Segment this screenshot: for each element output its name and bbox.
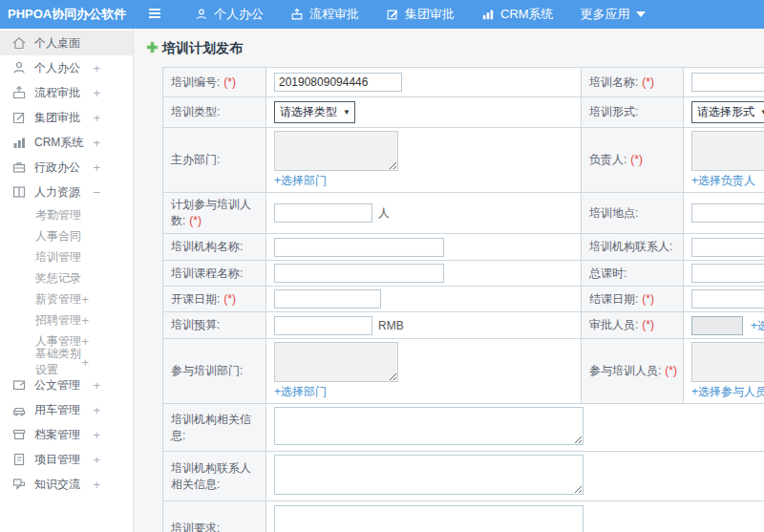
sidebar-subitem-salary[interactable]: 薪资管理 + — [0, 288, 133, 309]
expand-plus: + — [93, 61, 100, 75]
form-row-org-info: 培训机构相关信息: — [163, 404, 764, 452]
edit-icon — [11, 110, 27, 125]
sidebar-item-group-approval[interactable]: 集团审批 + — [0, 105, 133, 130]
org-contact-input[interactable] — [691, 238, 764, 257]
sidebar-item-label: 个人办公 — [34, 60, 80, 76]
sidebar-item-knowledge[interactable]: 知识交流 + — [0, 472, 133, 497]
form-row-type-mode: 培训类型: 请选择类型 ▼ 培训形式: 请选择形式 ▼ — [163, 97, 764, 128]
approver-input[interactable] — [691, 316, 743, 335]
sidebar-subitem-hr-contract[interactable]: 人事合同 — [0, 225, 133, 246]
training-name-input[interactable] — [691, 73, 764, 92]
nav-label: 个人办公 — [214, 6, 264, 23]
location-input[interactable] — [691, 203, 764, 223]
caret-down-icon — [636, 11, 646, 17]
sidebar-item-label: CRM系统 — [34, 135, 83, 151]
book-icon — [11, 184, 27, 200]
join-people-textarea[interactable] — [691, 342, 764, 382]
main-content: 培训计划发布 培训编号:(*) 培训名称:(*) 培训类型: 请选择类型 ▼ 培… — [134, 29, 764, 532]
sidebar-item-vehicle[interactable]: 用车管理 + — [0, 397, 133, 422]
sidebar-item-label: 流程审批 — [34, 85, 80, 101]
expand-plus: + — [93, 136, 100, 150]
field-label-join-people: 参与培训人员:(*) — [582, 339, 684, 404]
start-date-input[interactable] — [274, 289, 381, 309]
sidebar-subitem-label: 培训管理 — [35, 249, 81, 266]
field-label-org-info: 培训机构相关信息: — [163, 404, 266, 452]
nav-workflow-approval[interactable]: 流程审批 — [277, 0, 372, 29]
requirements-textarea[interactable] — [274, 505, 584, 532]
course-name-input[interactable] — [274, 264, 444, 283]
field-label-approver: 审批人员:(*) — [582, 312, 684, 339]
caret-down-icon: ▼ — [343, 108, 350, 117]
expand-plus: + — [93, 478, 100, 492]
sidebar-item-hr[interactable]: 人力资源 − — [0, 180, 133, 204]
select-approver-link[interactable]: +选择审批人员 — [751, 319, 764, 332]
select-leader-link[interactable]: +选择负责人 — [691, 173, 764, 189]
training-form-table: 培训编号:(*) 培训名称:(*) 培训类型: 请选择类型 ▼ 培训形式: 请选… — [162, 67, 764, 532]
form-row-count-location: 计划参与培训人数:(*) 人 培训地点: — [163, 193, 764, 234]
org-info-textarea[interactable] — [274, 407, 584, 445]
host-dept-textarea[interactable] — [274, 131, 398, 171]
org-contact-info-textarea[interactable] — [274, 455, 584, 495]
sidebar-item-personal-office[interactable]: 个人办公 + — [0, 55, 133, 80]
upload-icon — [290, 8, 304, 21]
field-label-start-date: 开课日期:(*) — [163, 287, 266, 312]
expand-plus: + — [81, 313, 89, 328]
sidebar-item-archives[interactable]: 档案管理 + — [0, 422, 133, 447]
select-join-people-link[interactable]: +选择参与人员 — [691, 384, 764, 400]
select-value: 请选择形式 — [697, 104, 754, 120]
end-date-input[interactable] — [691, 289, 764, 309]
nav-more-apps[interactable]: 更多应用 — [567, 0, 659, 29]
app-logo: PHPOA协同办公软件 — [0, 6, 134, 23]
user-icon — [195, 8, 208, 21]
planned-count-input[interactable] — [274, 203, 372, 223]
sidebar-subitem-recruit[interactable]: 招聘管理 + — [0, 309, 133, 330]
field-label-code: 培训编号:(*) — [163, 68, 266, 97]
join-depts-textarea[interactable] — [274, 342, 398, 382]
field-label-org-name: 培训机构名称: — [163, 234, 266, 261]
form-row-dates: 开课日期:(*) 结课日期:(*) — [163, 287, 764, 312]
menu-toggle-button[interactable] — [147, 7, 162, 23]
sidebar-item-label: 项目管理 — [34, 452, 80, 468]
sidebar-subitem-base-category[interactable]: 基础类别设置 + — [0, 351, 133, 372]
form-row-budget-approver: 培训预算: RMB 审批人员:(*) +选择审批人员 — [163, 312, 764, 339]
currency-suffix: RMB — [378, 319, 404, 332]
page-title: 培训计划发布 — [145, 40, 764, 57]
nav-personal-office[interactable]: 个人办公 — [181, 0, 277, 29]
field-label-requirements: 培训要求: — [163, 501, 266, 532]
nav-label: CRM系统 — [500, 6, 554, 23]
training-mode-select[interactable]: 请选择形式 ▼ — [691, 101, 764, 123]
total-hours-input[interactable] — [691, 264, 764, 283]
expand-plus: + — [93, 111, 100, 125]
sidebar-item-personal-desktop[interactable]: 个人桌面 — [0, 31, 133, 55]
form-row-orgname-contact: 培训机构名称: 培训机构联系人: — [163, 234, 764, 261]
field-label-planned-count: 计划参与培训人数:(*) — [163, 193, 266, 234]
expand-plus: + — [93, 428, 100, 442]
sidebar-subitem-attendance[interactable]: 考勤管理 — [0, 204, 133, 225]
field-label-mode: 培训形式: — [582, 97, 684, 128]
sidebar-subitem-training[interactable]: 培训管理 — [0, 246, 133, 267]
sidebar-item-admin-office[interactable]: 行政办公 + — [0, 155, 133, 180]
sidebar-item-crm[interactable]: CRM系统 + — [0, 130, 133, 155]
sidebar-subitem-label: 考勤管理 — [35, 207, 81, 223]
select-dept-link[interactable]: +选择部门 — [274, 384, 573, 400]
training-type-select[interactable]: 请选择类型 ▼ — [274, 101, 355, 123]
training-code-input[interactable] — [274, 73, 402, 92]
nav-group-approval[interactable]: 集团审批 — [372, 0, 468, 29]
budget-input[interactable] — [274, 316, 372, 335]
sidebar-subitem-rewards[interactable]: 奖惩记录 — [0, 267, 133, 288]
sidebar-subitem-label: 奖惩记录 — [35, 270, 81, 287]
caret-down-icon: ▼ — [760, 108, 764, 117]
sidebar-subitem-label: 招聘管理 — [35, 312, 81, 329]
nav-label: 更多应用 — [581, 6, 630, 23]
sidebar-item-label: 公文管理 — [34, 377, 80, 394]
expand-plus: + — [93, 378, 100, 393]
field-label-name: 培训名称:(*) — [582, 68, 684, 97]
expand-plus: + — [81, 355, 89, 370]
leader-textarea[interactable] — [691, 131, 764, 171]
sidebar-item-documents[interactable]: 公文管理 + — [0, 372, 133, 397]
nav-crm[interactable]: CRM系统 — [468, 0, 567, 29]
org-name-input[interactable] — [274, 238, 444, 257]
select-dept-link[interactable]: +选择部门 — [274, 173, 573, 189]
sidebar-item-projects[interactable]: 项目管理 + — [0, 447, 133, 472]
sidebar-item-workflow-approval[interactable]: 流程审批 + — [0, 80, 133, 105]
